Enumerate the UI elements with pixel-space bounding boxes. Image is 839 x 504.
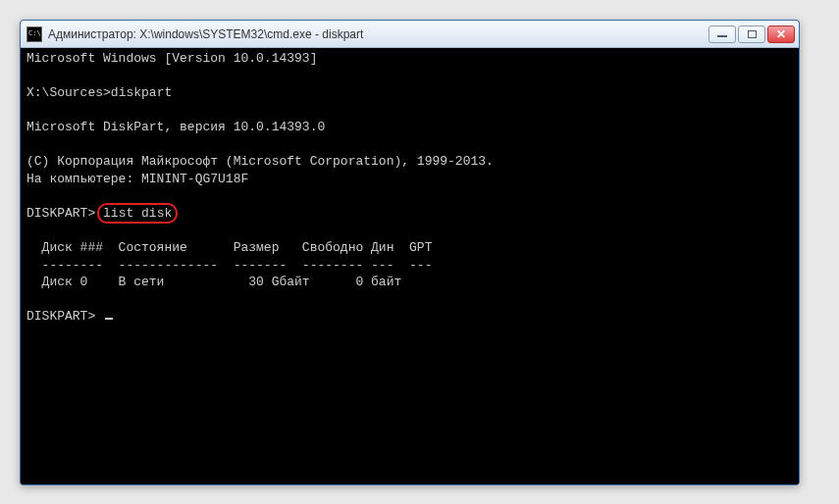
version-line: Microsoft Windows [Version 10.0.14393]: [26, 51, 317, 66]
titlebar[interactable]: Администратор: X:\windows\SYSTEM32\cmd.e…: [21, 21, 799, 48]
prompt-cmd: diskpart: [111, 85, 172, 100]
highlighted-command: list disk: [103, 205, 172, 223]
prompt-path: X:\Sources>: [26, 85, 111, 100]
computer-line: На компьютере: MININT-QG7U18F: [26, 172, 248, 186]
diskpart-prompt-2: DISKPART>: [26, 309, 95, 324]
window-title: Администратор: X:\windows\SYSTEM32\cmd.e…: [48, 27, 708, 41]
cmd-icon: [26, 26, 42, 42]
copyright-line: (C) Корпорация Майкрософт (Microsoft Cor…: [26, 154, 494, 169]
text-cursor: [105, 318, 113, 320]
diskpart-prompt: DISKPART>: [26, 206, 95, 221]
window-controls: ✕: [708, 25, 795, 43]
table-row: Диск 0 В сети 30 Gбайт 0 байт: [26, 275, 401, 289]
table-separator: -------- ------------- ------- -------- …: [26, 258, 432, 273]
close-button[interactable]: ✕: [767, 25, 795, 43]
cmd-window: Администратор: X:\windows\SYSTEM32\cmd.e…: [20, 20, 800, 485]
diskpart-version: Microsoft DiskPart, версия 10.0.14393.0: [26, 120, 325, 134]
close-icon: ✕: [776, 28, 786, 40]
table-header: Диск ### Состояние Размер Свободно Дин G…: [26, 240, 432, 255]
minimize-button[interactable]: [708, 25, 736, 43]
maximize-button[interactable]: [738, 25, 765, 43]
terminal-area[interactable]: Microsoft Windows [Version 10.0.14393] X…: [21, 48, 799, 484]
